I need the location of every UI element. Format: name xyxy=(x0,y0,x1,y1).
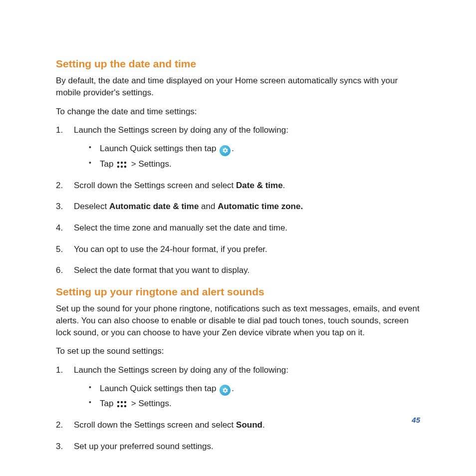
substep-quick-settings: Launch Quick settings then tap . xyxy=(89,382,420,396)
substep-text-end: > Settings. xyxy=(129,159,172,169)
step-text: You can opt to use the 24-hour format, i… xyxy=(74,244,267,254)
substep-text-end: > Settings. xyxy=(129,399,172,408)
step-text-end: . xyxy=(283,181,285,190)
manual-page: Setting up the date and time By default,… xyxy=(0,0,476,476)
step-number: 1. xyxy=(56,124,63,137)
bold-label: Automatic date & time xyxy=(109,202,199,211)
step-number: 1. xyxy=(56,364,63,377)
bold-label: Date & time xyxy=(236,181,283,190)
step-number: 5. xyxy=(56,243,63,256)
step-number: 4. xyxy=(56,222,63,235)
step-number: 6. xyxy=(56,264,63,277)
intro-ringtone: Set up the sound for your phone ringtone… xyxy=(56,303,420,338)
steps-date-time: 1. Launch the Settings screen by doing a… xyxy=(56,124,420,277)
step-3: 3. Set up your preferred sound settings. xyxy=(56,441,420,453)
substep-text: Tap xyxy=(100,159,116,169)
step-text: Select the date format that you want to … xyxy=(74,265,249,275)
settings-gear-icon xyxy=(220,385,231,396)
step-text: Deselect xyxy=(74,202,109,211)
step-2: 2. Scroll down the Settings screen and s… xyxy=(56,419,420,432)
svg-point-5 xyxy=(124,165,126,167)
svg-point-0 xyxy=(117,161,119,163)
bold-label: Automatic time zone. xyxy=(218,202,303,211)
settings-gear-icon xyxy=(220,145,231,156)
page-number: 45 xyxy=(412,416,420,424)
substep-text: Tap xyxy=(100,399,116,408)
svg-point-9 xyxy=(117,405,119,407)
svg-point-3 xyxy=(117,165,119,167)
svg-point-4 xyxy=(121,165,123,167)
step-2: 2. Scroll down the Settings screen and s… xyxy=(56,180,420,192)
svg-point-6 xyxy=(117,401,119,403)
step-text: Select the time zone and manually set th… xyxy=(74,223,287,233)
svg-point-2 xyxy=(124,161,126,163)
svg-point-10 xyxy=(121,405,123,407)
step-number: 2. xyxy=(56,419,63,432)
substep-text-end: . xyxy=(232,144,234,153)
step-text-mid: and xyxy=(199,202,218,211)
svg-point-1 xyxy=(121,161,123,163)
step-text: Launch the Settings screen by doing any … xyxy=(74,365,288,375)
step-text: Scroll down the Settings screen and sele… xyxy=(74,420,236,430)
step-6: 6. Select the date format that you want … xyxy=(56,264,420,277)
menu-dots-icon xyxy=(117,161,127,168)
menu-dots-icon xyxy=(117,401,127,408)
substep-quick-settings: Launch Quick settings then tap . xyxy=(89,142,420,156)
substeps: Launch Quick settings then tap . Tap > S… xyxy=(89,382,420,411)
step-text: Scroll down the Settings screen and sele… xyxy=(74,181,236,190)
svg-point-7 xyxy=(121,401,123,403)
step-text-end: . xyxy=(262,420,265,430)
lead-date-time: To change the date and time settings: xyxy=(56,106,420,118)
step-3: 3. Deselect Automatic date & time and Au… xyxy=(56,201,420,213)
lead-ringtone: To set up the sound settings: xyxy=(56,345,420,357)
steps-ringtone: 1. Launch the Settings screen by doing a… xyxy=(56,364,420,453)
step-text: Launch the Settings screen by doing any … xyxy=(74,125,288,135)
substep-tap-menu: Tap > Settings. xyxy=(89,397,420,410)
svg-point-11 xyxy=(124,405,126,407)
heading-date-time: Setting up the date and time xyxy=(56,58,420,70)
step-number: 3. xyxy=(56,441,63,453)
substep-text: Launch Quick settings then tap xyxy=(100,384,219,393)
step-5: 5. You can opt to use the 24-hour format… xyxy=(56,243,420,256)
substeps: Launch Quick settings then tap . Tap > S… xyxy=(89,142,420,171)
step-1: 1. Launch the Settings screen by doing a… xyxy=(56,124,420,170)
step-number: 2. xyxy=(56,180,63,192)
bold-label: Sound xyxy=(236,420,262,430)
intro-date-time: By default, the date and time displayed … xyxy=(56,75,420,99)
step-1: 1. Launch the Settings screen by doing a… xyxy=(56,364,420,410)
step-text: Set up your preferred sound settings. xyxy=(74,442,214,451)
step-4: 4. Select the time zone and manually set… xyxy=(56,222,420,235)
heading-ringtone: Setting up your ringtone and alert sound… xyxy=(56,286,420,298)
substep-text-end: . xyxy=(232,384,234,393)
step-number: 3. xyxy=(56,201,63,213)
substep-tap-menu: Tap > Settings. xyxy=(89,157,420,171)
substep-text: Launch Quick settings then tap xyxy=(100,144,219,153)
svg-point-8 xyxy=(124,401,126,403)
